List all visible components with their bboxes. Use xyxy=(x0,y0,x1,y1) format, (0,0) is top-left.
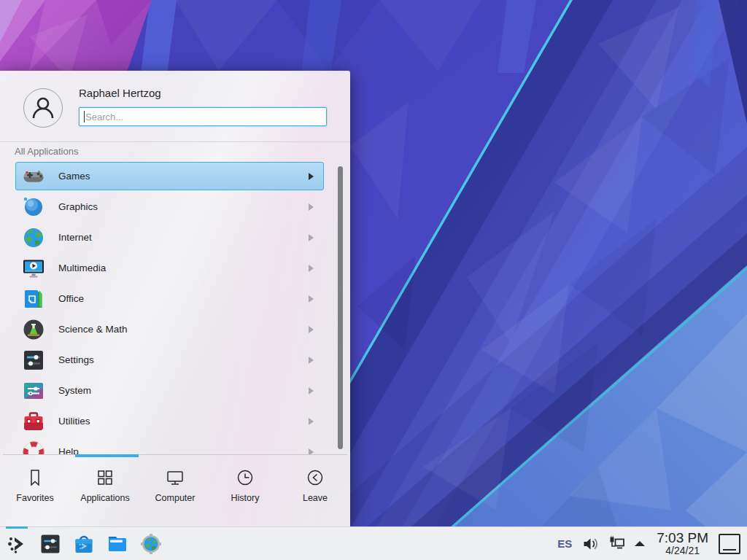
category-label: Settings xyxy=(58,346,94,373)
clock-icon xyxy=(235,467,255,488)
network-icon xyxy=(608,535,626,553)
tab-leave[interactable]: Leave xyxy=(280,458,350,526)
submenu-arrow-icon xyxy=(309,326,314,333)
category-label: Internet xyxy=(58,224,92,251)
leave-icon xyxy=(305,467,325,488)
category-system[interactable]: System xyxy=(15,376,324,405)
category-multimedia[interactable]: Multimedia xyxy=(15,254,324,282)
digital-clock[interactable]: 7:03 PM 4/24/21 xyxy=(657,531,708,556)
category-list: Games Graphics xyxy=(15,162,324,454)
tab-history[interactable]: History xyxy=(210,458,280,526)
category-utilities[interactable]: Utilities xyxy=(15,407,324,435)
settings-sliders-icon xyxy=(22,349,45,372)
system-settings-icon xyxy=(39,533,61,555)
tabbar-separator xyxy=(3,454,347,455)
system-sliders-icon xyxy=(22,379,45,402)
category-settings[interactable]: Settings xyxy=(15,346,324,374)
submenu-arrow-icon xyxy=(309,295,314,303)
text-caret xyxy=(84,111,85,122)
graphics-ball-icon xyxy=(22,195,45,219)
submenu-arrow-icon xyxy=(309,173,314,180)
expand-tray-icon[interactable] xyxy=(635,541,645,546)
gamepad-icon xyxy=(22,165,45,188)
search-field-wrap xyxy=(79,107,327,126)
category-label: Utilities xyxy=(58,408,90,435)
taskbar-web-browser[interactable] xyxy=(134,527,168,560)
bookmark-icon xyxy=(25,467,45,488)
science-flask-icon xyxy=(22,318,45,341)
category-label: Games xyxy=(58,163,90,190)
category-games[interactable]: Games xyxy=(15,162,324,190)
taskbar-application-launcher[interactable] xyxy=(0,527,34,560)
keyboard-layout-indicator[interactable]: ES xyxy=(557,537,572,550)
category-science-math[interactable]: Science & Math xyxy=(15,315,324,343)
submenu-arrow-icon xyxy=(309,234,314,241)
category-office[interactable]: Office xyxy=(15,284,324,313)
grid-icon xyxy=(95,467,115,488)
category-help[interactable]: Help xyxy=(15,438,324,454)
category-label: Office xyxy=(58,285,84,312)
network-tray-item[interactable] xyxy=(608,535,626,553)
search-input[interactable] xyxy=(79,107,327,126)
volume-tray-item[interactable] xyxy=(582,535,600,553)
discover-bag-icon xyxy=(73,533,95,555)
submenu-arrow-icon xyxy=(309,203,314,211)
globe-icon xyxy=(22,226,45,249)
submenu-arrow-icon xyxy=(309,265,314,272)
system-tray: ES 7:03 PM xyxy=(557,531,747,556)
submenu-arrow-icon xyxy=(309,387,314,394)
submenu-arrow-icon xyxy=(309,357,314,364)
tab-label: Computer xyxy=(140,493,210,503)
tab-applications[interactable]: Applications xyxy=(70,458,140,526)
taskbar: ES 7:03 PM xyxy=(0,526,747,560)
active-tab-indicator xyxy=(75,454,139,457)
tab-favorites[interactable]: Favorites xyxy=(0,458,70,526)
utilities-toolbox-icon xyxy=(22,410,45,433)
category-internet[interactable]: Internet xyxy=(15,223,324,252)
application-launcher-menu: Raphael Hertzog All Applications G xyxy=(0,71,350,526)
tab-label: History xyxy=(210,493,280,503)
monitor-icon xyxy=(165,467,185,488)
clock-time: 7:03 PM xyxy=(657,531,708,545)
desktop: Raphael Hertzog All Applications G xyxy=(0,0,747,560)
submenu-arrow-icon xyxy=(309,448,314,454)
folder-icon xyxy=(107,533,128,555)
taskbar-discover[interactable] xyxy=(67,527,101,560)
kde-launcher-icon xyxy=(6,533,28,555)
category-label: Graphics xyxy=(58,193,98,220)
office-document-icon xyxy=(22,287,45,311)
submenu-arrow-icon xyxy=(309,418,314,425)
volume-icon xyxy=(582,535,600,553)
tab-label: Favorites xyxy=(0,493,70,503)
globe-gear-icon xyxy=(140,533,162,555)
user-name: Raphael Hertzog xyxy=(79,87,161,99)
tab-label: Applications xyxy=(70,493,140,503)
show-desktop-button[interactable] xyxy=(719,534,740,554)
section-label: All Applications xyxy=(15,146,78,157)
taskbar-file-manager[interactable] xyxy=(101,527,134,560)
tab-label: Leave xyxy=(280,493,350,503)
list-scrollbar[interactable] xyxy=(338,166,343,449)
tab-computer[interactable]: Computer xyxy=(140,458,210,526)
clock-date: 4/24/21 xyxy=(657,545,708,556)
category-label: Multimedia xyxy=(58,254,106,281)
header-separator xyxy=(0,141,350,142)
user-icon xyxy=(24,89,62,127)
help-lifering-icon xyxy=(22,440,45,454)
launcher-tabbar: Favorites Applications Computer xyxy=(0,458,350,526)
category-label: Science & Math xyxy=(58,316,128,343)
taskbar-system-settings[interactable] xyxy=(34,527,67,560)
category-label: Help xyxy=(58,438,79,454)
multimedia-monitor-icon xyxy=(22,257,45,280)
category-label: System xyxy=(58,377,91,404)
user-avatar[interactable] xyxy=(23,88,63,128)
category-graphics[interactable]: Graphics xyxy=(15,192,324,221)
